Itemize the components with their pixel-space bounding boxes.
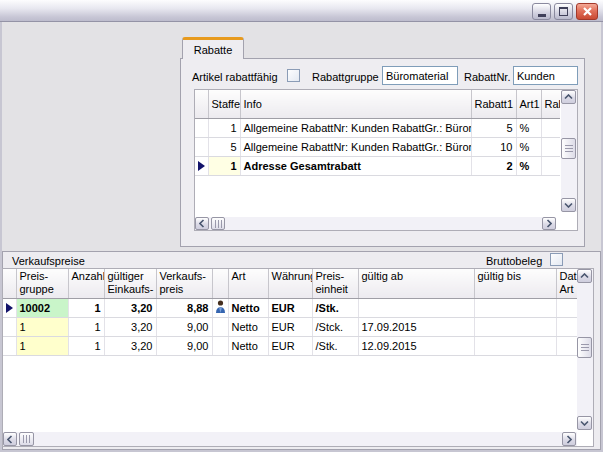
- scroll-right-button[interactable]: [562, 432, 576, 446]
- scroll-thumb[interactable]: [577, 337, 592, 358]
- scroll-down-button[interactable]: [561, 198, 576, 212]
- col-rabatt1[interactable]: Rabatt1: [471, 90, 516, 118]
- scroll-left-button[interactable]: [195, 217, 209, 230]
- cell-gueltig-ab[interactable]: 12.09.2015: [358, 336, 474, 355]
- cell-preiseinheit[interactable]: /Stk.: [312, 336, 358, 355]
- col-gueltig-ab[interactable]: gültig ab: [358, 269, 474, 298]
- cell-gueltig-ab[interactable]: [358, 298, 474, 317]
- col-verkaufspreis[interactable]: Verkaufs-preis: [156, 269, 212, 298]
- table-row[interactable]: 1 Allgemeine RabattNr: Kunden RabattGr.:…: [195, 118, 560, 137]
- scroll-up-button[interactable]: [561, 90, 576, 104]
- cell-preisgruppe[interactable]: 1: [16, 336, 68, 355]
- cell-waehrung[interactable]: EUR: [268, 317, 312, 336]
- cell-icon[interactable]: [212, 298, 228, 317]
- maximize-button[interactable]: [554, 3, 573, 20]
- scroll-left-button[interactable]: [3, 432, 17, 446]
- cell-staffel[interactable]: 5: [208, 137, 240, 156]
- cell-einkaufspreis[interactable]: 3,20: [104, 336, 156, 355]
- verkaufspreise-vertical-scrollbar[interactable]: [577, 269, 593, 430]
- cell-gueltig-ab[interactable]: 17.09.2015: [358, 317, 474, 336]
- scroll-thumb[interactable]: [561, 138, 576, 159]
- cell-art1[interactable]: %: [516, 118, 541, 137]
- row-selector[interactable]: [195, 137, 208, 156]
- cell-waehrung[interactable]: EUR: [268, 336, 312, 355]
- cell-dat-art[interactable]: [556, 336, 578, 355]
- cell-info[interactable]: Adresse Gesamtrabatt: [240, 156, 471, 175]
- col-rab-clipped[interactable]: Rab: [541, 90, 560, 118]
- cell-art[interactable]: Netto: [228, 317, 268, 336]
- cell-rabatt1[interactable]: 10: [471, 137, 516, 156]
- col-gueltig-bis[interactable]: gültig bis: [474, 269, 556, 298]
- cell-anzahl[interactable]: 1: [68, 317, 104, 336]
- cell-verkaufspreis[interactable]: 8,88: [156, 298, 212, 317]
- row-selector-active[interactable]: [195, 156, 208, 175]
- cell-verkaufspreis[interactable]: 9,00: [156, 317, 212, 336]
- row-selector[interactable]: [195, 118, 208, 137]
- cell-staffel[interactable]: 1: [208, 156, 240, 175]
- verkaufspreise-horizontal-scrollbar[interactable]: [3, 432, 577, 446]
- scroll-up-button[interactable]: [577, 269, 592, 283]
- close-button[interactable]: [576, 3, 598, 20]
- cell-preisgruppe[interactable]: 10002: [16, 298, 68, 317]
- window-titlebar[interactable]: [0, 0, 603, 22]
- bruttobeleg-checkbox[interactable]: [550, 253, 563, 266]
- cell-einkaufspreis[interactable]: 3,20: [104, 317, 156, 336]
- cell-waehrung[interactable]: EUR: [268, 298, 312, 317]
- cell-staffel[interactable]: 1: [208, 118, 240, 137]
- cell-anzahl[interactable]: 1: [68, 336, 104, 355]
- cell-verkaufspreis[interactable]: 9,00: [156, 336, 212, 355]
- cell-gueltig-bis[interactable]: [474, 317, 556, 336]
- col-info[interactable]: Info: [240, 90, 471, 118]
- cell-preiseinheit[interactable]: /Stk.: [312, 298, 358, 317]
- cell-dat-art[interactable]: [556, 298, 578, 317]
- rabatte-selector-header[interactable]: [195, 90, 208, 118]
- col-einkaufspreis[interactable]: gültigerEinkaufs-: [104, 269, 156, 298]
- table-row[interactable]: 1 1 3,20 9,00 Netto EUR /Stk. 12.09.2015: [3, 336, 578, 355]
- col-staffel[interactable]: Staffel: [208, 90, 240, 118]
- minimize-button[interactable]: [532, 3, 551, 20]
- table-row[interactable]: 1 1 3,20 9,00 Netto EUR /Stck. 17.09.201…: [3, 317, 578, 336]
- cell-rab[interactable]: [541, 118, 560, 137]
- row-selector-active[interactable]: [3, 298, 16, 317]
- cell-rabatt1[interactable]: 2: [471, 156, 516, 175]
- rabatte-vertical-scrollbar[interactable]: [561, 90, 577, 212]
- cell-icon[interactable]: [212, 317, 228, 336]
- cell-rab[interactable]: [541, 156, 560, 175]
- cell-preiseinheit[interactable]: /Stck.: [312, 317, 358, 336]
- rabatte-horizontal-scrollbar[interactable]: [195, 217, 556, 230]
- table-row-selected[interactable]: 1 Adresse Gesamtrabatt 2 %: [195, 156, 560, 175]
- col-preiseinheit[interactable]: Preis-einheit: [312, 269, 358, 298]
- tab-rabatte[interactable]: Rabatte: [182, 37, 244, 59]
- row-selector[interactable]: [3, 336, 16, 355]
- col-art[interactable]: Art: [228, 269, 268, 298]
- row-selector[interactable]: [3, 317, 16, 336]
- scroll-thumb[interactable]: [19, 432, 34, 446]
- cell-gueltig-bis[interactable]: [474, 298, 556, 317]
- cell-art[interactable]: Netto: [228, 298, 268, 317]
- cell-art1[interactable]: %: [516, 137, 541, 156]
- cell-icon[interactable]: [212, 336, 228, 355]
- cell-info[interactable]: Allgemeine RabattNr: Kunden RabattGr.: B…: [240, 137, 471, 156]
- artikel-rabattfaehig-checkbox[interactable]: [287, 69, 300, 82]
- scroll-right-button[interactable]: [542, 217, 556, 230]
- table-row-selected[interactable]: 10002 1 3,20 8,88 Netto EUR /Stk.: [3, 298, 578, 317]
- cell-rab[interactable]: [541, 137, 560, 156]
- col-dat-art-clipped[interactable]: DatArt: [556, 269, 578, 298]
- cell-dat-art[interactable]: [556, 317, 578, 336]
- col-waehrung[interactable]: Währung: [268, 269, 312, 298]
- scroll-down-button[interactable]: [577, 416, 592, 430]
- table-row[interactable]: 5 Allgemeine RabattNr: Kunden RabattGr.:…: [195, 137, 560, 156]
- cell-anzahl[interactable]: 1: [68, 298, 104, 317]
- cell-info[interactable]: Allgemeine RabattNr: Kunden RabattGr.: B…: [240, 118, 471, 137]
- col-preisgruppe[interactable]: Preis-gruppe: [16, 269, 68, 298]
- cell-art[interactable]: Netto: [228, 336, 268, 355]
- cell-rabatt1[interactable]: 5: [471, 118, 516, 137]
- scroll-thumb[interactable]: [211, 217, 225, 230]
- col-anzahl[interactable]: Anzahl: [68, 269, 104, 298]
- rabattnr-input[interactable]: [513, 66, 578, 85]
- col-art1[interactable]: Art1: [516, 90, 541, 118]
- cell-art1[interactable]: %: [516, 156, 541, 175]
- cell-einkaufspreis[interactable]: 3,20: [104, 298, 156, 317]
- rabattgruppe-input[interactable]: [382, 66, 458, 85]
- col-icon[interactable]: [212, 269, 228, 298]
